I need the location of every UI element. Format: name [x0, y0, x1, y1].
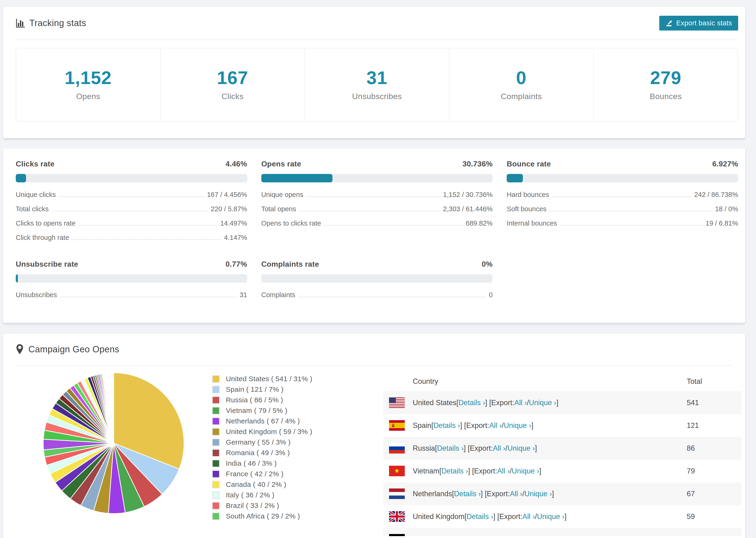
export-unique-link[interactable]: Unique ›: [504, 421, 531, 430]
country-flag: [389, 511, 405, 522]
rate-progress-fill: [16, 274, 18, 283]
export-all-link[interactable]: All ›: [510, 490, 522, 498]
stat-box: 279 Bounces: [594, 48, 738, 121]
total-value: 67: [687, 490, 741, 498]
stat-box: 1,152 Opens: [16, 48, 161, 121]
table-row: United States [Details ›] [Export: All ›…: [383, 391, 741, 414]
rate-row-value: 0: [489, 291, 493, 299]
legend-item: Vietnam ( 79 / 5% ): [212, 406, 322, 414]
export-all-link[interactable]: All ›: [489, 421, 502, 430]
legend-label: Vietnam ( 79 / 5% ): [226, 406, 287, 414]
total-value: 79: [687, 467, 741, 475]
details-link[interactable]: Details ›: [459, 399, 485, 407]
rate-row-value: 220 / 5.87%: [211, 205, 247, 213]
table-row: Vietnam [Details ›] [Export: All › / Uni…: [383, 459, 741, 482]
rate-row-leader: [59, 196, 204, 197]
table-row: Netherlands [Details ›] [Export: All › /…: [383, 482, 741, 505]
rate-section: Clicks rate 4.46% Unique clicks 167 / 4.…: [16, 160, 247, 245]
legend-swatch: [212, 386, 220, 394]
rate-row-label: Opens to clicks rate: [261, 219, 321, 227]
geo-pie-chart[interactable]: [42, 372, 185, 515]
stat-value: 0: [449, 67, 593, 88]
legend-item: South Africa ( 29 / 2% ): [212, 512, 322, 520]
export-unique-link[interactable]: Unique ›: [529, 399, 557, 407]
column-header-total: Total: [687, 377, 741, 386]
rate-row-label: Total clicks: [16, 205, 49, 213]
stat-value: 167: [161, 67, 304, 88]
rate-row-leader: [79, 225, 217, 226]
rate-progressbar: [507, 174, 738, 183]
export-unique-link[interactable]: Unique ›: [515, 535, 543, 536]
rate-row-leader: [51, 211, 208, 211]
legend-label: Russia ( 86 / 5% ): [226, 396, 283, 404]
export-basic-stats-button[interactable]: Export basic stats: [659, 16, 738, 30]
legend-item: Russia ( 86 / 5% ): [212, 396, 322, 404]
export-all-link[interactable]: All ›: [493, 444, 505, 453]
rate-row: Soft bounces 18 / 0%: [507, 202, 738, 216]
country-cell: Spain [Details ›] [Export: All › / Uniqu…: [413, 421, 687, 430]
rate-row: Click through rate 4.147%: [16, 231, 247, 245]
export-all-link[interactable]: All ›: [514, 399, 527, 407]
legend-label: Canada ( 40 / 2% ): [226, 480, 286, 488]
rate-rows: Hard bounces 242 / 86.738% Soft bounces …: [507, 188, 738, 231]
legend-label: France ( 42 / 2% ): [226, 470, 284, 478]
legend-label: Netherlands ( 67 / 4% ): [226, 417, 300, 425]
details-link[interactable]: Details ›: [454, 490, 481, 498]
geo-pie-wrap: [42, 372, 185, 515]
rate-row-value: 1,152 / 30.736%: [443, 191, 493, 198]
legend-item: France ( 42 / 2% ): [212, 470, 322, 478]
rate-rows: Unsubscribes 31: [16, 288, 247, 302]
rate-section-header: Bounce rate 6.927%: [507, 160, 738, 168]
rate-row: Opens to clicks rate 689.82%: [261, 216, 493, 231]
details-link[interactable]: Details ›: [441, 467, 468, 475]
country-flag: [389, 443, 405, 454]
export-all-link[interactable]: All ›: [501, 535, 513, 536]
export-unique-link[interactable]: Unique ›: [537, 512, 565, 521]
map-pin-icon: [16, 344, 24, 355]
details-link[interactable]: Details ›: [433, 421, 460, 430]
stat-box: 31 Unsubscribes: [305, 48, 449, 121]
rate-progress-fill: [261, 174, 333, 183]
country-flag: [389, 466, 405, 476]
total-value: 86: [687, 444, 741, 453]
rate-row-value: 18 / 0%: [715, 205, 738, 213]
export-unique-link[interactable]: Unique ›: [512, 467, 539, 475]
legend-item: Netherlands ( 67 / 4% ): [212, 417, 322, 425]
country-cell: United Kingdom [Details ›] [Export: All …: [413, 512, 687, 521]
rate-row-leader: [72, 240, 221, 240]
stat-value: 31: [305, 67, 449, 88]
export-unique-link[interactable]: Unique ›: [507, 444, 535, 453]
country-cell: Russia [Details ›] [Export: All › / Uniq…: [413, 444, 687, 453]
table-header-row: Country Total: [383, 372, 741, 391]
legend-item: United Kingdom ( 59 / 3% ): [212, 428, 322, 436]
rate-row-leader: [324, 225, 463, 226]
legend-swatch: [212, 439, 220, 446]
stat-label: Unsubscribes: [305, 92, 449, 101]
column-header-country: Country: [383, 377, 687, 386]
export-all-link[interactable]: All ›: [522, 512, 535, 521]
country-name: Vietnam: [413, 467, 439, 475]
rate-row-value: 19 / 6.81%: [706, 219, 738, 227]
rate-row-leader: [306, 196, 440, 197]
rate-rows: Complaints 0: [261, 288, 493, 302]
rate-rows: Unique opens 1,152 / 30.736% Total opens…: [261, 188, 493, 231]
rate-section: Complaints rate 0% Complaints 0: [261, 260, 493, 302]
details-link[interactable]: Details ›: [437, 444, 464, 453]
rate-row: Complaints 0: [261, 288, 493, 302]
pie-slice[interactable]: [113, 373, 114, 443]
rate-row-value: 167 / 4.456%: [207, 191, 247, 198]
rate-row-value: 2,303 / 61.446%: [443, 205, 493, 213]
export-all-link[interactable]: All ›: [497, 467, 510, 475]
details-link[interactable]: Details ›: [445, 535, 471, 536]
page: Tracking stats Export basic stats 1,152 …: [0, 0, 756, 538]
stat-box: 0 Complaints: [449, 48, 594, 121]
geo-header: Campaign Geo Opens: [16, 334, 732, 365]
rate-row-value: 14.497%: [220, 219, 247, 227]
country-cell: Vietnam [Details ›] [Export: All › / Uni…: [413, 467, 687, 475]
export-unique-link[interactable]: Unique ›: [524, 490, 552, 498]
details-link[interactable]: Details ›: [466, 512, 493, 521]
legend-swatch: [212, 512, 220, 520]
rate-progress-fill: [16, 174, 26, 183]
rate-row-label: Hard bounces: [507, 191, 549, 198]
stats-summary: 1,152 Opens 167 Clicks 31 Unsubscribes 0…: [16, 48, 738, 122]
